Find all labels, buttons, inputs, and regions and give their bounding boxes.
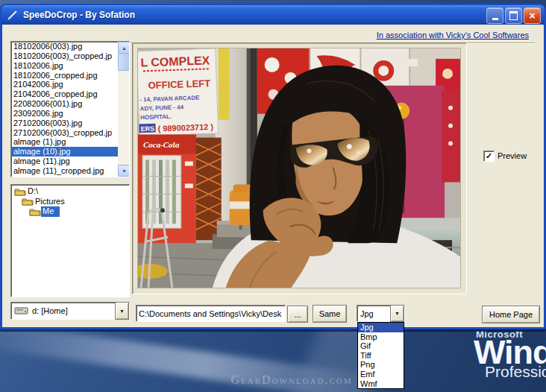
drive-combo-arrow[interactable]: ▼ (115, 302, 129, 320)
same-button-label: Same (319, 309, 341, 318)
file-list-scrollbar[interactable]: ▲ ▼ (118, 42, 129, 177)
drive-combo-value: d: [Home] (29, 306, 115, 315)
gear-download-watermark: GearDownload.com (206, 373, 377, 387)
file-list[interactable]: 18102006(003).jpg 18102006(003)_cropped.… (10, 41, 130, 177)
output-path-input[interactable] (136, 305, 286, 322)
folder-label: Me (41, 206, 60, 217)
file-list-item-selected[interactable]: almage (10).jpg (11, 147, 118, 157)
scroll-down-icon: ▼ (122, 168, 127, 174)
maximize-button[interactable] (505, 7, 522, 24)
format-option[interactable]: Gif (358, 341, 404, 351)
folder-label: D:\ (26, 186, 38, 197)
file-list-item[interactable]: 27102006(003).jpg (11, 118, 118, 128)
file-list-item[interactable]: 21042006.jpg (11, 80, 118, 89)
svg-text:Coca-Cola: Coca-Cola (143, 140, 180, 149)
home-page-button-label: Home Page (489, 310, 533, 319)
minimize-icon (492, 18, 498, 20)
svg-text:L COMPLEX: L COMPLEX (140, 54, 210, 69)
format-option-selected[interactable]: Jpg (358, 323, 404, 332)
folder-icon (14, 187, 26, 196)
format-combo[interactable]: Jpg ▼ (357, 305, 405, 322)
scrollbar-thumb[interactable] (118, 53, 130, 71)
file-list-item[interactable]: almage (11)_cropped.jpg (11, 166, 118, 176)
scroll-down-button[interactable]: ▼ (118, 165, 130, 177)
format-option[interactable]: Bmp (358, 332, 404, 342)
format-option[interactable]: Tiff (358, 351, 404, 361)
scroll-up-icon: ▲ (122, 45, 127, 51)
open-folder-icon (29, 207, 41, 216)
preview-photo[interactable]: L COMPLEX OFFICE LEFT - 14, PAVAN ARCADE… (138, 48, 460, 288)
window-title: SpeeDoCrop - By Sofation (23, 10, 135, 20)
file-list-item[interactable]: 21042006_cropped.jpg (11, 89, 118, 99)
image-panel: L COMPLEX OFFICE LEFT - 14, PAVAN ARCADE… (132, 42, 467, 294)
title-bar[interactable]: SpeeDoCrop - By Sofation × (1, 5, 545, 25)
windows-brand-professional: Professional (485, 363, 546, 381)
format-dropdown-list[interactable]: Jpg Bmp Gif Tiff Png Emf Wmf (357, 322, 404, 389)
format-option[interactable]: Emf (358, 370, 404, 379)
format-option[interactable]: Wmf (358, 379, 404, 389)
folder-icon (22, 197, 34, 206)
folder-tree-item-selected[interactable]: Me (11, 206, 129, 217)
folder-tree[interactable]: D:\ Pictures Me (10, 184, 130, 297)
format-combo-value: Jpg (357, 309, 390, 318)
file-list-item[interactable]: 27102006(003)_cropped.jp (11, 128, 118, 138)
file-list-item[interactable]: 23092006.jpg (11, 109, 118, 118)
folder-tree-item[interactable]: D:\ (11, 186, 129, 197)
file-list-item[interactable]: 18102006_cropped.jpg (11, 71, 118, 80)
dropdown-arrow-icon: ▼ (395, 311, 400, 316)
preview-checkbox[interactable]: ✓ (483, 151, 495, 162)
close-button[interactable]: × (524, 7, 541, 24)
file-list-item[interactable]: almage (1).jpg (11, 137, 118, 147)
home-page-button[interactable]: Home Page (482, 306, 540, 323)
folder-tree-item[interactable]: Pictures (11, 197, 129, 207)
scroll-up-button[interactable]: ▲ (118, 42, 130, 54)
drive-combo[interactable]: d: [Home] ▼ (10, 302, 130, 320)
folder-label: Pictures (34, 197, 65, 207)
file-list-item[interactable]: 18102006.jpg (11, 61, 118, 71)
app-pencil-icon (7, 9, 19, 21)
file-list-item[interactable]: 18102006(003)_cropped.jp (11, 51, 118, 61)
format-combo-arrow[interactable]: ▼ (390, 305, 404, 322)
same-button[interactable]: Same (313, 305, 347, 323)
format-option[interactable]: Png (358, 360, 404, 370)
check-icon: ✓ (486, 151, 492, 161)
file-list-item[interactable]: almage (11).jpg (11, 157, 118, 166)
dropdown-arrow-icon: ▼ (119, 309, 125, 314)
drive-icon (14, 306, 29, 315)
association-link[interactable]: In association with Vicky's Cool Softwar… (377, 31, 529, 39)
browse-button[interactable]: ... (287, 306, 308, 323)
minimize-button[interactable] (486, 7, 503, 24)
svg-text:ERS: ERS (140, 125, 154, 133)
browse-button-label: ... (294, 310, 301, 319)
photo-illustration: L COMPLEX OFFICE LEFT - 14, PAVAN ARCADE… (138, 48, 460, 288)
preview-checkbox-label: Preview (498, 151, 527, 160)
maximize-icon (509, 11, 518, 20)
close-icon: × (529, 10, 535, 22)
svg-text:OFFICE LEFT: OFFICE LEFT (148, 78, 210, 91)
file-list-item[interactable]: 18102006(003).jpg (11, 42, 118, 51)
screen: GearDownload.com Microsoft Windows Profe… (0, 0, 546, 392)
file-list-item[interactable]: 22082006(001).jpg (11, 99, 118, 109)
svg-text:HOSPITAL.: HOSPITAL. (140, 113, 172, 121)
